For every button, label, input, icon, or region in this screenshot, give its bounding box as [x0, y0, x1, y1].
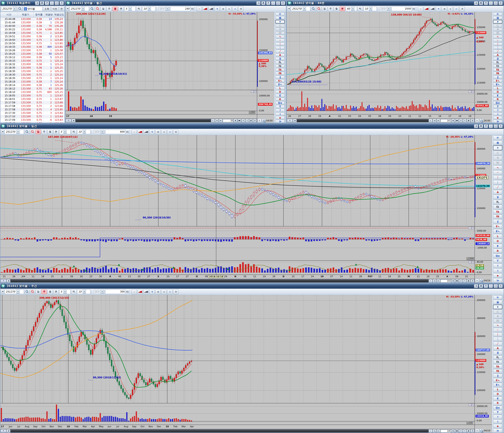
- minimize-icon[interactable]: ─: [50, 1, 54, 5]
- text-t-icon[interactable]: T: [493, 410, 502, 414]
- zoom-nav-button-3[interactable]: ⊖: [463, 119, 467, 122]
- parallel-lines-icon[interactable]: ∥: [493, 374, 502, 378]
- wave-d-icon[interactable]: D: [276, 90, 285, 93]
- wave-l-icon[interactable]: Ļ: [276, 87, 285, 90]
- vertical-line-icon[interactable]: │: [493, 42, 502, 46]
- fibo-retrace-icon[interactable]: fR: [493, 369, 502, 373]
- arrow-down-icon[interactable]: ↓: [493, 268, 502, 273]
- period-button-분[interactable]: 분: [53, 129, 59, 134]
- quote-panel-icon[interactable]: Q≡: [493, 254, 502, 258]
- chart-style-icon[interactable]: ✓: [418, 6, 423, 11]
- new-doc-icon[interactable]: ▤: [155, 289, 161, 295]
- float-window-icon[interactable]: ⇥: [474, 284, 478, 288]
- chevron-down-icon[interactable]: ▾: [369, 7, 372, 11]
- multi-chart-icon[interactable]: ▦: [493, 140, 502, 145]
- horizontal-line-icon[interactable]: ─: [493, 39, 502, 42]
- volume-bars-icon[interactable]: ▂▅▇: [143, 129, 149, 135]
- fibo-lines-icon[interactable]: fL: [493, 355, 502, 359]
- table-row[interactable]: 15:19:33133,0000,38400123,85: [0, 45, 65, 49]
- cumulative-volume-icon[interactable]: ▂▅▇: [424, 6, 429, 11]
- visible-bars-input[interactable]: [440, 119, 451, 122]
- panel-close-icon[interactable]: ×: [471, 90, 474, 93]
- edit-button[interactable]: 편: [59, 7, 64, 11]
- trend-line-icon[interactable]: ╱: [493, 342, 502, 346]
- period-button-월[interactable]: 월: [47, 289, 53, 294]
- scrollbar-handle[interactable]: ≡: [66, 119, 71, 122]
- volume-bars-icon[interactable]: ▂▅▇: [143, 289, 149, 295]
- table-row[interactable]: 15:19:50133,5000,751123,85: [0, 42, 65, 45]
- wave-r-icon[interactable]: R: [493, 401, 502, 405]
- panel-close-icon[interactable]: ×: [471, 404, 474, 406]
- fibo-lines-icon[interactable]: fL: [276, 61, 285, 64]
- table-row[interactable]: 15:18:19133,0000,387125,24: [0, 80, 65, 83]
- stop-icon[interactable]: ▪: [493, 273, 502, 278]
- scroll-nav-button-0[interactable]: ▸: [429, 279, 432, 283]
- period-button-주[interactable]: 주: [42, 129, 47, 134]
- maximize-icon[interactable]: □: [276, 1, 280, 5]
- scroll-nav-button-2[interactable]: ▸▸: [219, 119, 223, 122]
- table-row[interactable]: 15:17:09133,5000,756123,63: [0, 118, 65, 122]
- maximize-icon[interactable]: □: [55, 1, 59, 5]
- volume-bars-icon[interactable]: ▂▅▇: [430, 6, 435, 11]
- close-icon[interactable]: ✕: [498, 1, 503, 5]
- table-row[interactable]: 15:18:30133,5000,752125,25: [0, 70, 65, 73]
- dual-chart-icon[interactable]: ◫: [167, 129, 172, 135]
- fibo-ext-icon[interactable]: f£: [493, 64, 502, 68]
- scroll-left-button[interactable]: ◀: [7, 279, 10, 283]
- scroll-left-button[interactable]: ◀: [72, 119, 75, 122]
- collapse-toolbar-button[interactable]: ◀: [1, 289, 4, 294]
- help-icon[interactable]: ?: [45, 1, 49, 5]
- period-button-분[interactable]: 분: [340, 6, 345, 11]
- zoom-nav-button-0[interactable]: ◆: [234, 119, 237, 122]
- table-row[interactable]: 15:41:44133,0000,381135,28: [0, 21, 65, 24]
- min60-chart-plots[interactable]: 138,000 (04/15 10:00)114,500(03/25 15:00…: [287, 12, 475, 123]
- column-header-3[interactable]: 체결량: [44, 12, 54, 17]
- table-row[interactable]: 15:17:59133,5000,752123,66: [0, 101, 65, 104]
- close-icon[interactable]: ✕: [281, 1, 285, 5]
- levels-icon[interactable]: ≣: [493, 351, 502, 355]
- parallel-lines-icon[interactable]: ∥: [493, 75, 502, 79]
- arrow-down-icon[interactable]: ↓: [276, 112, 285, 116]
- stop-icon[interactable]: ▪: [493, 116, 502, 119]
- panel-minimize-icon[interactable]: −: [469, 90, 471, 93]
- arrow-up-icon[interactable]: ↑: [493, 109, 502, 112]
- chevron-down-icon[interactable]: ▾: [83, 130, 86, 134]
- zoom-nav-button-0[interactable]: ◆: [451, 279, 455, 283]
- search-back-icon[interactable]: [95, 6, 100, 11]
- scrollbar-handle[interactable]: ≡: [1, 279, 6, 283]
- more-tools-icon[interactable]: ≫: [493, 428, 502, 433]
- table-row[interactable]: 15:19:51133,0000,382123,85: [0, 35, 65, 38]
- scroll-nav-button-2[interactable]: ▸▸: [436, 429, 440, 433]
- period-button-일[interactable]: 일: [36, 289, 41, 294]
- period-button-일[interactable]: 일: [36, 129, 41, 134]
- table-row[interactable]: 15:40:00133,0000,3870135,28: [0, 24, 65, 28]
- search-icon[interactable]: [25, 129, 29, 134]
- query-button[interactable]: 조회: [43, 7, 51, 11]
- quote-panel-icon[interactable]: Q≡: [493, 406, 502, 410]
- fibo-lines-icon[interactable]: fL: [493, 61, 502, 64]
- levels-icon[interactable]: ≣: [493, 195, 502, 199]
- pan-hand-icon[interactable]: ✥: [493, 28, 502, 31]
- parallel-lines-icon[interactable]: ∥: [493, 219, 502, 224]
- quote-panel-icon[interactable]: Q≡: [493, 101, 502, 105]
- pan-hand-icon[interactable]: ✥: [276, 28, 285, 31]
- print-icon[interactable]: ▣: [161, 129, 166, 135]
- zoom-icon[interactable]: [479, 279, 483, 282]
- zoom-region-icon[interactable]: ◱: [493, 24, 502, 27]
- scroll-nav-button-1[interactable]: ◂◂: [433, 119, 436, 122]
- tick-button[interactable]: 틱: [358, 6, 363, 11]
- float-window-icon[interactable]: ⇥: [474, 124, 478, 128]
- text-annotation-icon[interactable]: A: [276, 54, 285, 57]
- table-row[interactable]: 15:18:30133,5000,752125,24: [0, 73, 65, 77]
- search-icon[interactable]: [90, 6, 94, 11]
- collapse-toolbar-button[interactable]: ◀: [1, 129, 4, 134]
- collapse-toolbar-button[interactable]: ◀: [66, 6, 69, 11]
- zoom-region-icon[interactable]: ◱: [493, 151, 502, 155]
- float-window-icon[interactable]: ⇥: [474, 1, 478, 5]
- chevron-down-icon[interactable]: ▾: [63, 130, 67, 134]
- cursor-icon[interactable]: ➤: [493, 145, 502, 150]
- weekly-scrollbar[interactable]: ≡◀▸◂◂▸▸◆◀▶⊕⊖▩⊠: [0, 429, 475, 433]
- chart-style-icon[interactable]: ✓: [132, 129, 137, 135]
- grid-icon[interactable]: ⊞: [173, 289, 178, 295]
- interval-combo[interactable]: 60▾: [346, 7, 357, 11]
